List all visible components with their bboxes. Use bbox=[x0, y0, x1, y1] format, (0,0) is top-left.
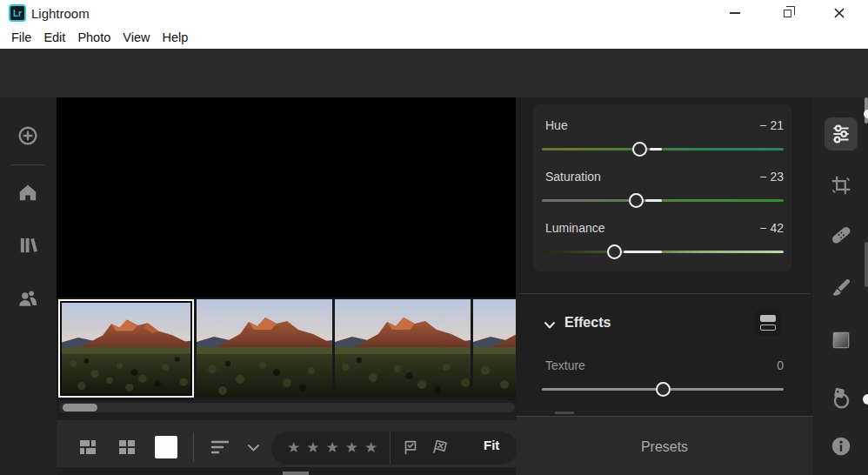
add-photos-icon[interactable] bbox=[17, 124, 39, 147]
library-icon[interactable] bbox=[17, 234, 39, 257]
lens-blur-icon[interactable] bbox=[830, 329, 852, 351]
app-toolbar: Lr ? ! bbox=[0, 49, 868, 97]
menu-photo[interactable]: Photo bbox=[71, 26, 117, 49]
versions-icon[interactable] bbox=[830, 387, 852, 410]
menu-view[interactable]: View bbox=[117, 26, 156, 49]
star-icon[interactable]: ★ bbox=[364, 432, 377, 465]
effects-title: Effects bbox=[564, 315, 611, 331]
square-grid-view-icon[interactable] bbox=[117, 437, 137, 458]
star-rating[interactable]: ★ ★ ★ ★ ★ bbox=[271, 432, 377, 465]
star-icon[interactable]: ★ bbox=[287, 432, 300, 465]
thumbnail-image bbox=[473, 299, 516, 398]
thumbnail[interactable] bbox=[473, 299, 516, 398]
slider-value: − 42 bbox=[759, 221, 784, 235]
slider-track[interactable] bbox=[542, 141, 784, 158]
reject-flag-icon[interactable] bbox=[429, 437, 452, 460]
presets-label: Presets bbox=[516, 439, 813, 455]
menu-bar: File Edit Photo View Help bbox=[0, 26, 868, 49]
close-button[interactable] bbox=[826, 3, 852, 23]
slider-label: Texture bbox=[545, 358, 585, 372]
thumbnail[interactable] bbox=[335, 299, 471, 398]
texture-slider-area: Texture 0 bbox=[533, 358, 792, 404]
slider-label: Luminance bbox=[545, 221, 605, 235]
effects-panel-toggle-icon[interactable] bbox=[755, 310, 781, 336]
effects-section-header[interactable]: Effects bbox=[516, 311, 813, 341]
minimize-icon bbox=[730, 12, 740, 14]
slider-label: Hue bbox=[545, 118, 568, 132]
edit-sliders-icon bbox=[830, 123, 852, 145]
restore-button[interactable] bbox=[774, 3, 800, 23]
panel-scrollbar-lower[interactable] bbox=[865, 242, 868, 287]
filmstrip-scrollbar-track[interactable] bbox=[59, 403, 515, 412]
edit-tool-active[interactable] bbox=[825, 117, 858, 151]
bottombar-divider bbox=[193, 432, 194, 462]
rating-flag-bar: ★ ★ ★ ★ ★ bbox=[271, 432, 517, 465]
slider-value: − 23 bbox=[759, 170, 784, 184]
slider-value: 0 bbox=[777, 358, 784, 372]
home-icon[interactable] bbox=[17, 181, 39, 204]
lightroom-window: Lr Lightroom File Edit Photo View Help L… bbox=[0, 0, 868, 475]
star-icon[interactable]: ★ bbox=[326, 432, 339, 465]
thumbnail-image bbox=[335, 299, 471, 398]
thumbnail[interactable] bbox=[197, 299, 332, 398]
slider-track[interactable] bbox=[542, 192, 784, 210]
star-icon[interactable]: ★ bbox=[306, 432, 319, 465]
edge-dot bbox=[863, 394, 868, 405]
masking-brush-icon[interactable] bbox=[830, 277, 852, 299]
minimize-button[interactable] bbox=[722, 3, 748, 23]
zoom-fit-label[interactable]: Fit bbox=[484, 438, 499, 452]
partial-element bbox=[283, 472, 309, 475]
thumbnail-selected[interactable] bbox=[58, 299, 194, 398]
luminance-slider[interactable]: Luminance − 42 bbox=[542, 221, 784, 266]
people-icon[interactable] bbox=[17, 287, 39, 310]
slider-value: − 21 bbox=[759, 118, 784, 132]
texture-slider[interactable]: Texture 0 bbox=[542, 358, 784, 404]
edit-tool-rail bbox=[813, 97, 868, 475]
filmstrip-scrollbar-thumb[interactable] bbox=[63, 404, 97, 411]
slider-label: Saturation bbox=[545, 170, 601, 184]
bottom-toolbar: ★ ★ ★ ★ ★ bbox=[57, 420, 516, 467]
photo-viewer[interactable] bbox=[57, 97, 516, 298]
sort-icon[interactable] bbox=[210, 437, 230, 458]
slider-track[interactable] bbox=[542, 244, 784, 261]
menu-file[interactable]: File bbox=[5, 26, 37, 49]
healing-tool-icon[interactable] bbox=[830, 224, 852, 246]
star-icon[interactable]: ★ bbox=[345, 432, 358, 465]
color-mixer-card: Hue − 21 Saturation − 23 Luminance bbox=[533, 104, 792, 271]
thumbnail-image bbox=[197, 299, 332, 398]
crop-tool-icon[interactable] bbox=[830, 174, 852, 197]
slider-handle[interactable] bbox=[632, 142, 647, 157]
panel-separator bbox=[519, 293, 810, 294]
presets-button[interactable]: Presets bbox=[516, 416, 813, 475]
saturation-slider[interactable]: Saturation − 23 bbox=[542, 170, 784, 215]
detail-view-icon[interactable] bbox=[155, 436, 177, 458]
menu-help[interactable]: Help bbox=[156, 26, 194, 49]
photo-grid-view-icon[interactable] bbox=[77, 437, 98, 458]
chevron-down-icon bbox=[544, 319, 556, 331]
slider-handle[interactable] bbox=[607, 244, 622, 259]
hue-slider[interactable]: Hue − 21 bbox=[542, 118, 784, 164]
pill-divider bbox=[390, 432, 391, 465]
close-icon bbox=[833, 7, 845, 19]
restore-icon bbox=[784, 10, 791, 17]
edge-dot bbox=[864, 110, 868, 118]
slider-track[interactable] bbox=[542, 381, 784, 398]
left-nav-rail bbox=[0, 97, 57, 475]
edit-panel: Hue − 21 Saturation − 23 Luminance bbox=[516, 97, 813, 475]
chevron-down-icon[interactable] bbox=[247, 444, 260, 452]
menu-edit[interactable]: Edit bbox=[37, 26, 71, 49]
window-title: Lightroom bbox=[31, 6, 90, 21]
filmstrip bbox=[57, 298, 516, 400]
info-icon[interactable] bbox=[830, 435, 852, 458]
thumbnail-image bbox=[62, 303, 190, 394]
rail-divider bbox=[11, 164, 44, 165]
slider-handle[interactable] bbox=[656, 382, 671, 397]
os-titlebar: Lr Lightroom bbox=[0, 0, 868, 26]
pick-flag-icon[interactable] bbox=[401, 438, 420, 458]
app-icon: Lr bbox=[9, 4, 26, 22]
slider-handle[interactable] bbox=[629, 193, 644, 208]
clipped-next-label bbox=[555, 411, 574, 414]
